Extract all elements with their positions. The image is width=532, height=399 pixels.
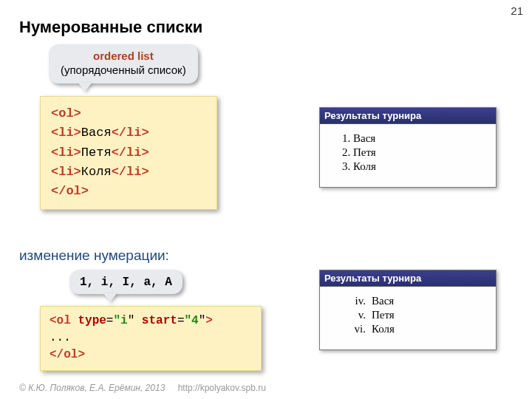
page-number: 21 <box>511 4 523 17</box>
window-body: Вася Петя Коля <box>320 124 496 187</box>
list-item: Вася <box>342 132 490 146</box>
list-item: vi.Коля <box>326 322 490 336</box>
callout-line1: ordered list <box>61 50 186 64</box>
callout-tail-icon <box>103 293 117 302</box>
list-item: Коля <box>342 160 490 174</box>
footer: © К.Ю. Поляков, Е.А. Ерёмин, 2013 http:/… <box>19 383 266 393</box>
list-item: Петя <box>342 146 490 160</box>
callout-ordered-list: ordered list (упорядоченный список) <box>49 44 198 83</box>
window-titlebar: Результаты турнира <box>320 108 496 124</box>
callout-numbering-types: 1, i, I, a, A <box>69 270 183 294</box>
callout-mono-text: 1, i, I, a, A <box>80 276 172 289</box>
footer-copyright: © К.Ю. Поляков, Е.А. Ерёмин, 2013 <box>19 383 165 393</box>
code-example-1: <ol> <li>Вася</li> <li>Петя</li> <li>Кол… <box>40 96 217 210</box>
footer-url: http://kpolyakov.spb.ru <box>178 383 266 393</box>
code-example-2: <ol type="i" start="4"> ... </ol> <box>40 306 262 371</box>
callout-tail-icon <box>78 83 92 92</box>
slide-title: Нумерованные списки <box>19 18 202 37</box>
list-item: v.Петя <box>326 308 490 322</box>
preview-window-1: Результаты турнира Вася Петя Коля <box>319 107 497 188</box>
list-item: iv.Вася <box>326 294 490 308</box>
preview-window-2: Результаты турнира iv.Вася v.Петя vi.Кол… <box>319 270 497 350</box>
ordered-list-preview: Вася Петя Коля <box>326 132 490 174</box>
callout-line2: (упорядоченный список) <box>61 64 186 78</box>
window-body: iv.Вася v.Петя vi.Коля <box>320 287 496 349</box>
window-titlebar: Результаты турнира <box>320 270 496 287</box>
subheading-numbering: изменение нумерации: <box>19 248 169 264</box>
